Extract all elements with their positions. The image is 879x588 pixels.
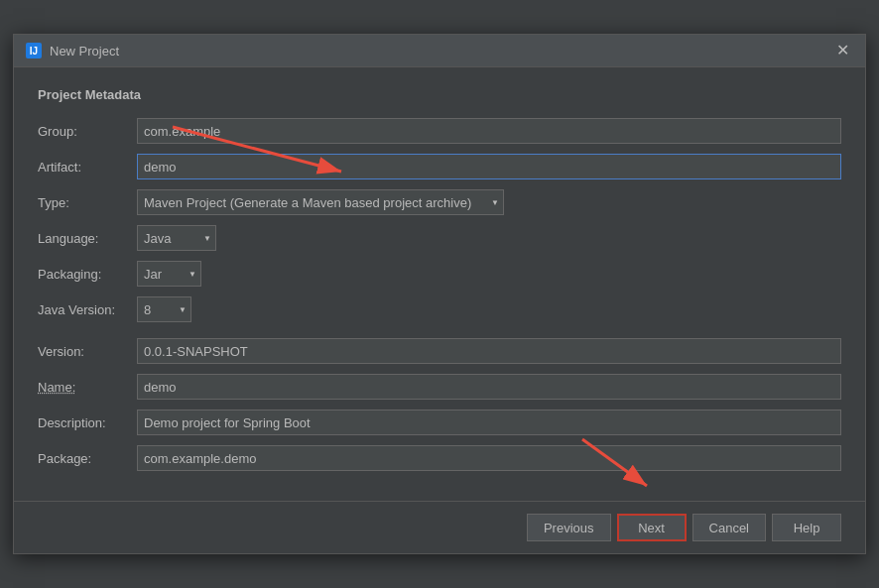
package-label: Package: — [38, 451, 137, 466]
artifact-row: Artifact: — [38, 154, 841, 179]
package-row: Package: — [38, 445, 841, 471]
packaging-row: Packaging: Jar War — [38, 261, 841, 287]
group-row: Group: — [38, 118, 841, 144]
java-version-row: Java Version: 8 11 17 21 — [38, 296, 841, 322]
dialog-title: New Project — [50, 44, 119, 59]
cancel-button[interactable]: Cancel — [692, 514, 766, 541]
artifact-input[interactable] — [137, 154, 841, 179]
language-select-wrapper: Java Kotlin Groovy — [137, 225, 216, 251]
close-button[interactable]: ✕ — [832, 43, 853, 59]
artifact-label: Artifact: — [38, 160, 137, 175]
language-select[interactable]: Java Kotlin Groovy — [137, 225, 216, 251]
type-row: Type: Maven Project (Generate a Maven ba… — [38, 189, 841, 215]
title-bar: IJ New Project ✕ — [14, 35, 865, 67]
packaging-select[interactable]: Jar War — [137, 261, 201, 287]
type-select-wrapper: Maven Project (Generate a Maven based pr… — [137, 189, 504, 215]
package-input[interactable] — [137, 445, 841, 471]
language-label: Language: — [38, 231, 137, 246]
version-row: Version: — [38, 338, 841, 364]
name-label: Name: — [38, 380, 137, 395]
group-label: Group: — [38, 124, 137, 139]
title-bar-left: IJ New Project — [26, 43, 119, 59]
java-version-label: Java Version: — [38, 302, 137, 317]
dialog-content: Project Metadata Group: Artifact: Type: … — [14, 67, 865, 501]
description-input[interactable] — [137, 410, 841, 435]
name-input[interactable] — [137, 374, 841, 400]
group-input[interactable] — [137, 118, 841, 144]
description-row: Description: — [38, 410, 841, 435]
java-version-select-wrapper: 8 11 17 21 — [137, 296, 191, 322]
help-button[interactable]: Help — [772, 514, 841, 541]
type-label: Type: — [38, 195, 137, 210]
dialog-footer: Previous Next Cancel Help — [14, 501, 865, 553]
packaging-select-wrapper: Jar War — [137, 261, 201, 287]
version-label: Version: — [38, 344, 137, 359]
name-row: Name: — [38, 374, 841, 400]
app-icon: IJ — [26, 43, 42, 59]
next-button[interactable]: Next — [617, 514, 687, 541]
description-label: Description: — [38, 415, 137, 430]
packaging-label: Packaging: — [38, 267, 137, 282]
java-version-select[interactable]: 8 11 17 21 — [137, 296, 191, 322]
language-row: Language: Java Kotlin Groovy — [38, 225, 841, 251]
section-title: Project Metadata — [38, 87, 841, 102]
version-input[interactable] — [137, 338, 841, 364]
type-select[interactable]: Maven Project (Generate a Maven based pr… — [137, 189, 504, 215]
previous-button[interactable]: Previous — [527, 514, 611, 541]
new-project-dialog: IJ New Project ✕ Project Metadata Group:… — [13, 34, 866, 554]
